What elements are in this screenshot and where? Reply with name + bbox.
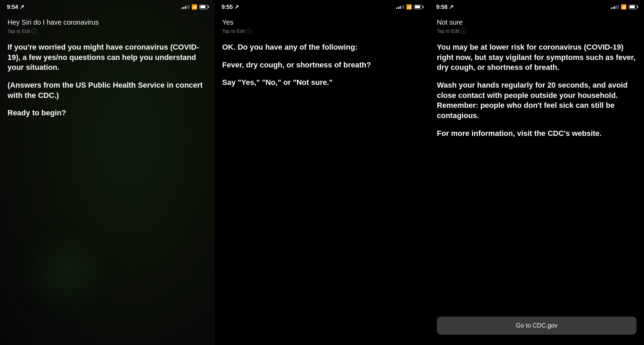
battery-icon bbox=[414, 5, 422, 9]
response-paragraph: For more information, visit the CDC's we… bbox=[437, 128, 636, 139]
status-icons: 📶 bbox=[182, 4, 208, 10]
status-bar: 9:55 ↗📶 bbox=[215, 0, 429, 12]
user-query: Yes bbox=[222, 18, 422, 27]
signal-bars-icon bbox=[182, 5, 189, 9]
response-paragraph: OK. Do you have any of the following: bbox=[222, 42, 422, 52]
chevron-right-icon: › bbox=[246, 28, 252, 34]
response-paragraph: (Answers from the US Public Health Servi… bbox=[8, 80, 207, 100]
response-paragraph: Say "Yes," "No," or "Not sure." bbox=[222, 77, 422, 88]
chevron-right-icon: › bbox=[31, 28, 37, 34]
phone-panel-1: 9:54 ↗📶Hey Siri do I have coronavirusTap… bbox=[0, 0, 215, 345]
response-paragraph: Wash your hands regularly for 20 seconds… bbox=[437, 80, 636, 121]
status-icons: 📶 bbox=[396, 4, 422, 10]
status-bar: 9:54 ↗📶 bbox=[0, 0, 215, 12]
phone-panel-3: 9:58 ↗📶Not sureTap to Edit ›You may be a… bbox=[429, 0, 644, 345]
siri-response: OK. Do you have any of the following:Fev… bbox=[222, 42, 422, 88]
wifi-icon: 📶 bbox=[191, 4, 197, 10]
wifi-icon: 📶 bbox=[406, 4, 412, 10]
response-paragraph: You may be at lower risk for coronavirus… bbox=[437, 42, 636, 73]
response-paragraph: If you're worried you might have coronav… bbox=[8, 42, 207, 73]
status-time: 9:58 ↗ bbox=[436, 3, 454, 11]
tap-to-edit-button[interactable]: Tap to Edit › bbox=[8, 28, 37, 34]
battery-icon bbox=[199, 5, 208, 9]
signal-bars-icon bbox=[396, 5, 404, 9]
panel-content: Hey Siri do I have coronavirusTap to Edi… bbox=[0, 12, 215, 345]
user-query: Not sure bbox=[437, 18, 636, 27]
user-query: Hey Siri do I have coronavirus bbox=[8, 18, 207, 27]
status-time: 9:54 ↗ bbox=[7, 3, 24, 11]
response-paragraph: Ready to begin? bbox=[8, 108, 207, 118]
panel-content: Not sureTap to Edit ›You may be at lower… bbox=[429, 12, 644, 345]
cdc-button[interactable]: Go to CDC.gov bbox=[437, 317, 636, 335]
siri-response: You may be at lower risk for coronavirus… bbox=[437, 42, 636, 139]
phone-panel-2: 9:55 ↗📶YesTap to Edit ›OK. Do you have a… bbox=[215, 0, 429, 345]
panel-content: YesTap to Edit ›OK. Do you have any of t… bbox=[215, 12, 429, 345]
siri-response: If you're worried you might have coronav… bbox=[8, 42, 207, 118]
battery-icon bbox=[629, 5, 637, 9]
wifi-icon: 📶 bbox=[621, 4, 627, 10]
chevron-right-icon: › bbox=[461, 28, 466, 34]
status-icons: 📶 bbox=[611, 4, 637, 10]
tap-to-edit-button[interactable]: Tap to Edit › bbox=[222, 28, 252, 34]
tap-to-edit-button[interactable]: Tap to Edit › bbox=[437, 28, 466, 34]
response-paragraph: Fever, dry cough, or shortness of breath… bbox=[222, 60, 422, 70]
status-time: 9:55 ↗ bbox=[222, 3, 239, 11]
status-bar: 9:58 ↗📶 bbox=[429, 0, 644, 12]
signal-bars-icon bbox=[611, 5, 619, 9]
